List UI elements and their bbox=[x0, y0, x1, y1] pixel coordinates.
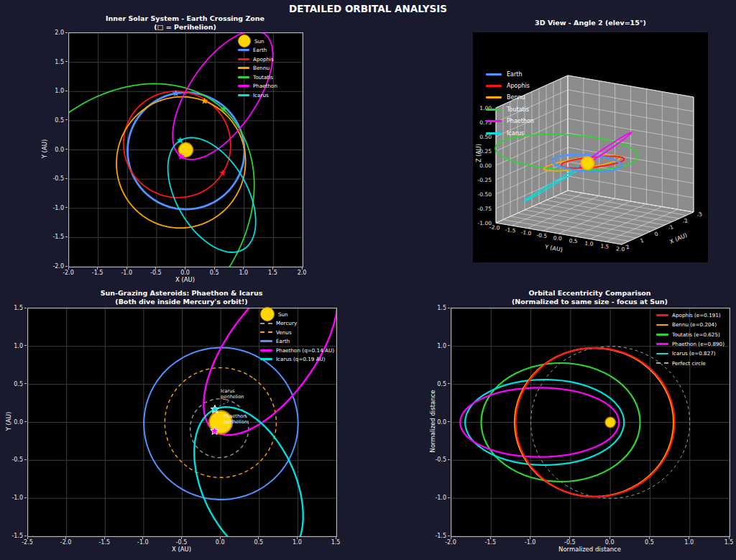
legend-item: Icarus bbox=[486, 127, 534, 139]
tick-label-3d: -2 bbox=[681, 217, 689, 225]
tick-label-3d: -1.0 bbox=[520, 229, 532, 237]
panel-subtitle-line: (□ = Perihelion) bbox=[106, 23, 264, 32]
legend-item: Venus bbox=[260, 328, 334, 337]
x-tick-label: 2.0 bbox=[298, 270, 307, 276]
x-tick-label: 1.5 bbox=[724, 539, 734, 546]
tick-mark bbox=[490, 536, 491, 539]
legend-label: Bennu (e=0.204) bbox=[672, 321, 717, 328]
x-tick-label: 1.0 bbox=[293, 539, 302, 546]
y-tick-label: -0.5 bbox=[52, 175, 64, 182]
y-tick-label: -1.0 bbox=[52, 204, 64, 211]
y-tick-label: -1.5 bbox=[12, 533, 23, 539]
legend-swatch-line bbox=[656, 324, 668, 326]
tick-mark bbox=[104, 536, 105, 539]
x-tick-label: 1.0 bbox=[239, 270, 248, 276]
tick-label-3d: -1.5 bbox=[505, 226, 516, 234]
legend-item: Toutatis (e=0.625) bbox=[656, 330, 724, 339]
y-tick-label: 0.5 bbox=[55, 116, 64, 123]
legend-swatch-line bbox=[486, 96, 502, 98]
legend-label: Apophis bbox=[253, 56, 274, 63]
annotation-icarus-perihelion: Icarusperihelion bbox=[221, 389, 244, 400]
legend-item: Apophis (e=0.191) bbox=[656, 311, 724, 320]
tick-mark bbox=[569, 536, 570, 539]
legend-swatch-line bbox=[238, 58, 249, 60]
y-tick-label: -0.5 bbox=[435, 456, 446, 463]
tick-mark bbox=[24, 536, 27, 536]
x-tick-label: -1.0 bbox=[525, 539, 536, 546]
x-tick-label: 0.0 bbox=[216, 539, 225, 546]
tick-mark bbox=[610, 536, 610, 539]
orbit-toutatis bbox=[68, 84, 254, 268]
x-tick-label: -0.5 bbox=[150, 270, 162, 276]
legend-swatch-line bbox=[238, 67, 249, 69]
tick-mark bbox=[448, 459, 451, 460]
legend-item: Icarus (e=0.827) bbox=[656, 349, 724, 358]
legend-item: Phaethon bbox=[238, 82, 277, 91]
tick-label-3d: 1.0 bbox=[584, 240, 594, 247]
x-tick-label: 0.5 bbox=[210, 270, 219, 276]
legend-inner-solar: SunEarthApophisBennuToutatisPhaethonIcar… bbox=[238, 37, 277, 100]
z-axis-label-3d: Z (AU) bbox=[476, 144, 482, 162]
legend-label: Bennu bbox=[507, 94, 525, 101]
legend-label: Venus bbox=[276, 329, 292, 336]
legend-label: Phaethon bbox=[253, 83, 277, 89]
tick-mark bbox=[297, 536, 298, 539]
x-tick-label: -2.0 bbox=[60, 539, 72, 546]
y-axis-label: Y (AU) bbox=[5, 412, 12, 431]
legend-item: Earth bbox=[260, 337, 334, 346]
legend-item: Bennu bbox=[486, 92, 534, 104]
legend-swatch-line bbox=[238, 94, 249, 96]
legend-item: Perfect circle bbox=[656, 358, 724, 367]
tick-mark bbox=[65, 237, 68, 237]
x-axis-label: X (AU) bbox=[175, 276, 195, 283]
tick-mark bbox=[258, 536, 259, 539]
legend-swatch-dash bbox=[260, 323, 272, 324]
x-tick-label: 0.0 bbox=[605, 539, 615, 546]
tick-label-3d: 0.0 bbox=[553, 235, 562, 242]
legend-label: Toutatis bbox=[507, 106, 529, 113]
tick-mark bbox=[243, 267, 244, 270]
x-tick-label: -2.0 bbox=[63, 270, 74, 276]
legend-swatch-line bbox=[486, 73, 502, 75]
x-axis-label: Normalized distance bbox=[558, 546, 621, 553]
legend-label: Perfect circle bbox=[672, 360, 706, 367]
tick-mark bbox=[65, 32, 68, 33]
tick-mark bbox=[24, 308, 27, 308]
legend-swatch-dash bbox=[260, 331, 272, 333]
tick-mark bbox=[65, 266, 68, 267]
tick-mark bbox=[451, 536, 451, 539]
legend-swatch-line bbox=[486, 109, 502, 111]
tick-mark bbox=[97, 267, 98, 270]
x-tick-label: -1.5 bbox=[484, 539, 496, 546]
legend-swatch-line bbox=[260, 340, 272, 342]
plot-3d-view: -2.0-1.5-1.0-0.50.00.51.01.52.0210-1-2-3… bbox=[473, 32, 708, 262]
y-tick-label: -1.5 bbox=[435, 533, 446, 539]
tick-label-3d: 0 bbox=[653, 231, 659, 238]
x-tick-label: 1.0 bbox=[684, 539, 694, 546]
tick-label-3d: 2 bbox=[625, 244, 630, 251]
legend-sun-grazing: SunMercuryVenusEarthPhaethon (q=0.14 AU)… bbox=[260, 310, 334, 364]
x-tick-label: -1.5 bbox=[92, 270, 104, 276]
tick-mark bbox=[65, 91, 68, 91]
y-tick-label: 0.0 bbox=[437, 418, 446, 425]
legend-item: Phaethon (e=0.890) bbox=[656, 339, 724, 349]
legend-item: Bennu (e=0.204) bbox=[656, 320, 724, 329]
tick-mark bbox=[126, 267, 127, 270]
x-tick-label: -1.0 bbox=[137, 539, 149, 546]
legend-item: Phaethon bbox=[486, 116, 534, 127]
tick-mark bbox=[155, 267, 156, 270]
panel-title-line: Inner Solar System - Earth Crossing Zone bbox=[106, 14, 264, 23]
tick-mark bbox=[649, 536, 650, 539]
x-tick-label: 0.5 bbox=[645, 539, 654, 546]
tick-mark bbox=[68, 267, 69, 270]
legend-label: Phaethon (e=0.890) bbox=[672, 341, 724, 347]
legend-label: Phaethon (q=0.14 AU) bbox=[276, 347, 334, 354]
y-axis-label-3d: Y (AU) bbox=[543, 244, 563, 253]
tick-label-3d: 1 bbox=[639, 237, 645, 244]
tick-mark bbox=[448, 345, 451, 346]
tick-label-3d: -1 bbox=[667, 224, 674, 231]
tick-mark bbox=[214, 267, 215, 270]
panel-subtitle-line: (Both dive inside Mercury's orbit!) bbox=[101, 298, 263, 306]
legend-swatch-line bbox=[260, 349, 272, 352]
tick-mark bbox=[272, 267, 273, 270]
